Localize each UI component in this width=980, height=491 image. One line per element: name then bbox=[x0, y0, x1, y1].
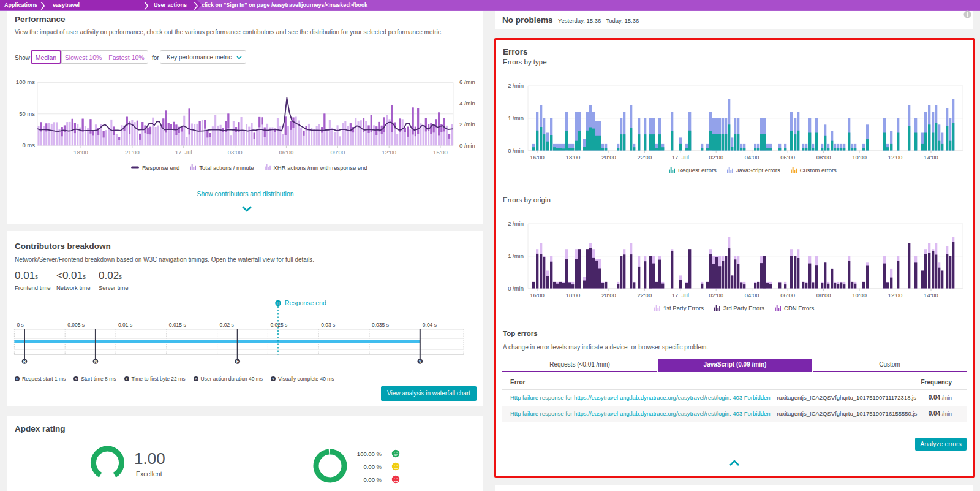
svg-text:R: R bbox=[16, 377, 18, 381]
svg-text:F: F bbox=[126, 377, 127, 381]
svg-text:N: N bbox=[75, 377, 77, 381]
svg-text:A: A bbox=[195, 377, 197, 381]
svg-text:V: V bbox=[272, 377, 274, 381]
